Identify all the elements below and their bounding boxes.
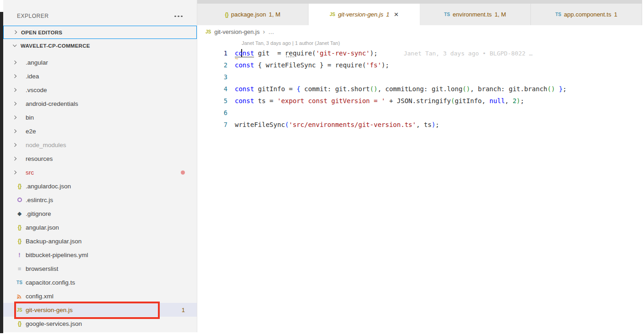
code-line-3[interactable]: 3	[197, 71, 644, 83]
line-number: 5	[197, 97, 235, 104]
tree-item-label: node_modules	[26, 142, 66, 148]
tab-git-version-gen.js[interactable]: JSgit-version-gen.js1×	[308, 4, 420, 25]
tree-item-android-credentials[interactable]: android-credentials	[3, 97, 197, 110]
tree-item-.angulardoc.json[interactable]: {}.angulardoc.json	[3, 179, 197, 193]
tree-item-browserslist[interactable]: ≡browserslist	[3, 262, 197, 275]
tree-item-bin[interactable]: bin	[3, 110, 197, 124]
tree-item-label: src	[26, 169, 34, 176]
tree-item-.eslintrc.js[interactable]: .eslintrc.js	[3, 193, 197, 207]
tab-package.json[interactable]: {}package.json1, M	[197, 4, 308, 25]
tab-dirty-indicator: 1	[614, 11, 617, 18]
tab-label: package.json	[231, 11, 266, 18]
tree-item-.angular[interactable]: .angular	[3, 55, 197, 69]
workspace-label: WAVELET-CP-COMMERCE	[21, 43, 90, 49]
yaml-icon: !	[18, 252, 20, 258]
tree-item-node_modules[interactable]: node_modules	[3, 138, 197, 152]
explorer-header: EXPLORER	[3, 0, 197, 26]
tree-item-label: config.xml	[26, 293, 54, 300]
code-line-4[interactable]: 4const gitInfo = { commit: git.short(), …	[197, 83, 644, 95]
line-number: 3	[197, 73, 235, 81]
more-actions-icon[interactable]	[174, 14, 184, 18]
tree-item-config.xml[interactable]: config.xml	[3, 289, 197, 303]
json-icon: {}	[18, 224, 21, 231]
tree-item-bitbucket-pipelines.yml[interactable]: !bitbucket-pipelines.yml	[3, 248, 197, 262]
tree-item-label: google-services.json	[26, 320, 82, 327]
json-icon: {}	[18, 238, 21, 244]
tree-item-label: capacitor.config.ts	[26, 279, 75, 286]
code-text: const ts = 'export const gitVersion = ' …	[235, 97, 524, 104]
editor-group: {}package.json1, MJSgit-version-gen.js1×…	[197, 0, 644, 335]
json-icon: {}	[18, 320, 21, 327]
js-icon: JS	[330, 12, 335, 17]
code-text: const { writeFileSync } = require('fs');	[235, 61, 389, 69]
code-line-2[interactable]: 2const { writeFileSync } = require('fs')…	[197, 59, 644, 71]
explorer-title: EXPLORER	[17, 13, 49, 19]
code-line-7[interactable]: 7writeFileSync('src/environments/git-ver…	[197, 119, 644, 131]
tree-item-angular.json[interactable]: {}angular.json	[3, 220, 197, 234]
ts-icon: TS	[444, 12, 450, 17]
tree-item-label: git-version-gen.js	[26, 307, 73, 313]
tree-item-label: bitbucket-pipelines.yml	[26, 252, 88, 258]
chevron-right-icon	[13, 101, 17, 105]
inline-blame: Janet Tan, 3 days ago • BLGPD-8022 …	[404, 50, 533, 57]
close-icon[interactable]: ×	[394, 11, 399, 18]
breadcrumb: JS git-version-gen.js › …	[197, 25, 644, 38]
tree-item-label: Backup-angular.json	[26, 238, 81, 245]
tab-dirty-indicator: 1, M	[269, 11, 280, 18]
tree-item-e2e[interactable]: e2e	[3, 124, 197, 138]
file-tree: .angular.idea.vscodeandroid-credentialsb…	[3, 55, 197, 330]
line-number: 2	[197, 61, 235, 69]
chevron-right-icon	[13, 156, 17, 160]
tree-item-label: bin	[26, 114, 34, 121]
ts-icon: TS	[16, 280, 22, 285]
tree-item-label: android-credentials	[26, 100, 78, 107]
js-icon: JS	[16, 308, 22, 313]
code-line-6[interactable]: 6	[197, 107, 644, 119]
json-icon: {}	[18, 183, 21, 189]
breadcrumb-separator: ›	[263, 28, 265, 35]
tree-item-capacitor.config.ts[interactable]: TScapacitor.config.ts	[3, 275, 197, 289]
explorer-sidebar: EXPLORER OPEN EDITORS WAVELET-CP-COMMERC…	[3, 0, 197, 332]
tree-item-label: angular.json	[26, 224, 59, 231]
tree-item-label: browserslist	[26, 265, 58, 272]
tab-app.component.ts[interactable]: TSapp.component.ts1	[531, 4, 642, 25]
breadcrumb-more[interactable]: …	[268, 28, 274, 35]
chevron-right-icon	[13, 129, 17, 133]
tab-label: environment.ts	[453, 11, 492, 18]
code-lines: 1const git = require('git-rev-sync');Jan…	[197, 47, 644, 335]
git-icon: ◆	[17, 210, 22, 217]
tab-label: git-version-gen.js	[338, 11, 384, 18]
window-top-strip	[197, 0, 642, 4]
tree-item-.vscode[interactable]: .vscode	[3, 83, 197, 97]
json-icon: {}	[225, 11, 228, 18]
tree-item-resources[interactable]: resources	[3, 152, 197, 165]
tab-label: app.component.ts	[564, 11, 611, 18]
line-number: 4	[197, 85, 235, 93]
tab-dirty-indicator: 1	[386, 11, 390, 18]
chevron-down-icon	[12, 43, 16, 47]
tree-item-.idea[interactable]: .idea	[3, 69, 197, 83]
section-open-editors[interactable]: OPEN EDITORS	[3, 26, 197, 39]
code-text: const gitInfo = { commit: git.short(), c…	[235, 85, 567, 93]
vscode-window: EXPLORER OPEN EDITORS WAVELET-CP-COMMERC…	[0, 0, 644, 335]
tab-environment.ts[interactable]: TSenvironment.ts1, M	[420, 4, 531, 25]
chevron-right-icon	[13, 88, 17, 92]
section-workspace[interactable]: WAVELET-CP-COMMERCE	[3, 39, 197, 52]
tree-item-google-services.json[interactable]: {}google-services.json	[3, 317, 197, 330]
tree-item-label: resources	[26, 155, 53, 162]
code-line-5[interactable]: 5const ts = 'export const gitVersion = '…	[197, 95, 644, 107]
tree-item-label: .angular	[26, 59, 48, 66]
tree-item-git-version-gen.js[interactable]: JSgit-version-gen.js1	[3, 303, 197, 317]
tree-item-.gitignore[interactable]: ◆.gitignore	[3, 207, 197, 220]
tree-item-label: .eslintrc.js	[26, 197, 53, 203]
tree-item-label: .vscode	[26, 87, 47, 93]
js-icon: JS	[206, 29, 211, 34]
code-line-1[interactable]: 1const git = require('git-rev-sync');Jan…	[197, 47, 644, 59]
problems-count-badge: 1	[182, 307, 185, 313]
tree-item-label: .angulardoc.json	[26, 183, 71, 190]
tree-item-Backup-angular.json[interactable]: {}Backup-angular.json	[3, 234, 197, 248]
tree-item-src[interactable]: src	[3, 165, 197, 179]
xml-icon	[16, 293, 22, 299]
breadcrumb-file[interactable]: git-version-gen.js	[214, 28, 260, 35]
tab-bar: {}package.json1, MJSgit-version-gen.js1×…	[197, 4, 642, 25]
